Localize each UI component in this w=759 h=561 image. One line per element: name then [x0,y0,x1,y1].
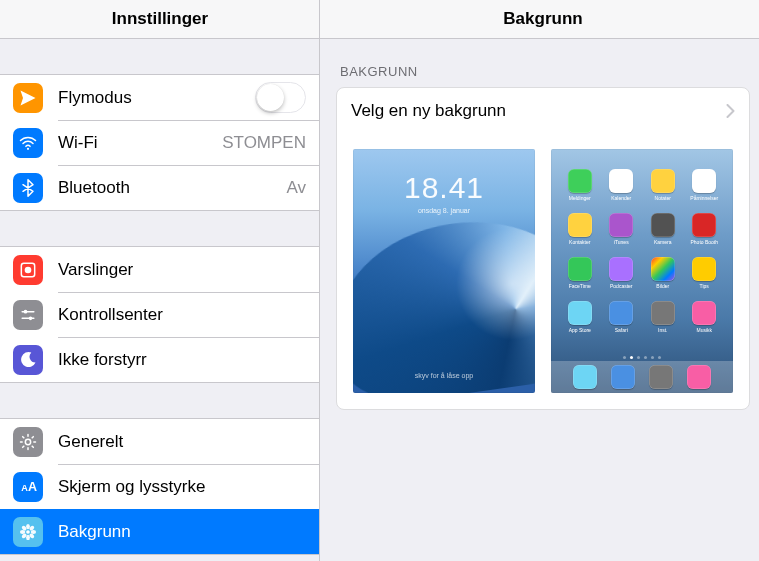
sidebar-item-label: Wi-Fi [58,133,216,153]
spacer [0,211,319,246]
bluetooth-icon [13,173,43,203]
sidebar-title: Innstillinger [0,0,320,39]
home-app-icon: Påminnelser [690,169,720,201]
lock-date: onsdag 8. januar [353,207,535,214]
app-grid: MeldingerKalenderNotaterPåminnelserKonta… [551,157,733,333]
wave-graphic [353,206,535,393]
content-pane: Bakgrunn BAKGRUNN Velg en ny bakgrunn 18… [320,0,759,561]
svg-point-0 [27,147,29,149]
wallpaper-previews: 18.41 onsdag 8. januar skyv for å låse o… [337,133,749,409]
svg-point-8 [26,530,30,534]
sidebar-item-controlcenter[interactable]: Kontrollsenter [0,292,319,337]
settings-app: Innstillinger FlymodusWi-FiSTOMPENBlueto… [0,0,759,561]
content-body: BAKGRUNN Velg en ny bakgrunn 18.41 onsda… [320,39,759,561]
sidebar-item-value: Av [286,178,306,198]
choose-wallpaper-row[interactable]: Velg en ny bakgrunn [337,88,749,133]
controls-icon [13,300,43,330]
dock-app-icon [611,365,635,389]
svg-point-3 [24,309,28,313]
sidebar-item-label: Bluetooth [58,178,280,198]
notification-icon [13,255,43,285]
flower-icon [13,517,43,547]
svg-point-12 [31,530,36,534]
home-app-icon: Safari [607,301,637,333]
home-screen-preview[interactable]: MeldingerKalenderNotaterPåminnelserKonta… [551,149,733,393]
text-size-icon: AA [13,472,43,502]
lock-screen-preview[interactable]: 18.41 onsdag 8. januar skyv for å låse o… [353,149,535,393]
content-title: Bakgrunn [320,0,759,39]
dock [551,361,733,393]
chevron-right-icon [726,104,735,118]
sidebar-item-label: Generelt [58,432,306,452]
svg-point-10 [26,534,30,539]
svg-point-2 [25,266,32,273]
sidebar-item-notifications[interactable]: Varslinger [0,247,319,292]
section-label: BAKGRUNN [336,39,750,87]
sidebar-item-dnd[interactable]: Ikke forstyrr [0,337,319,382]
dock-app-icon [573,365,597,389]
svg-point-5 [25,439,30,444]
home-app-icon: Musikk [690,301,720,333]
home-app-icon: Kamera [648,213,678,245]
lock-clock: 18.41 [353,171,535,205]
toggle-knob [257,84,284,111]
svg-point-11 [20,530,25,534]
status-bar [551,149,733,157]
home-app-icon: Inst. [648,301,678,333]
home-app-icon: FaceTime [565,257,595,289]
home-app-icon: Kalender [607,169,637,201]
sidebar-item-value: STOMPEN [222,133,306,153]
spacer [0,383,319,418]
home-app-icon: Podcaster [607,257,637,289]
settings-group: GenereltAASkjerm og lysstyrkeBakgrunn [0,418,319,555]
spacer [0,39,319,74]
sidebar-item-label: Bakgrunn [58,522,306,542]
sidebar-item-label: Flymodus [58,88,255,108]
sidebar-item-wallpaper[interactable]: Bakgrunn [0,509,319,554]
sidebar-item-label: Kontrollsenter [58,305,306,325]
home-app-icon: Tips [690,257,720,289]
home-app-icon: Photo Booth [690,213,720,245]
home-app-icon: Meldinger [565,169,595,201]
sidebar-item-label: Ikke forstyrr [58,350,306,370]
choose-wallpaper-label: Velg en ny bakgrunn [351,101,726,121]
gear-icon [13,427,43,457]
sidebar-item-display[interactable]: AASkjerm og lysstyrke [0,464,319,509]
lock-unlock-hint: skyv for å låse opp [353,372,535,379]
settings-group: FlymodusWi-FiSTOMPENBluetoothAv [0,74,319,211]
moon-icon [13,345,43,375]
svg-point-4 [29,316,33,320]
sidebar-item-general[interactable]: Generelt [0,419,319,464]
dock-app-icon [687,365,711,389]
page-dots [551,356,733,359]
home-app-icon: App Store [565,301,595,333]
wallpaper-card: Velg en ny bakgrunn 18.41 onsdag 8. janu… [336,87,750,410]
dock-app-icon [649,365,673,389]
home-app-icon: iTunes [607,213,637,245]
sidebar-item-label: Skjerm og lysstyrke [58,477,306,497]
sidebar-item-wifi[interactable]: Wi-FiSTOMPEN [0,120,319,165]
settings-group: VarslingerKontrollsenterIkke forstyrr [0,246,319,383]
sidebar-item-label: Varslinger [58,260,306,280]
airplane-icon [13,83,43,113]
svg-text:A: A [28,480,37,494]
home-app-icon: Notater [648,169,678,201]
wifi-icon [13,128,43,158]
home-app-icon: Kontakter [565,213,595,245]
home-app-icon: Bilder [648,257,678,289]
settings-sidebar: Innstillinger FlymodusWi-FiSTOMPENBlueto… [0,0,320,561]
sidebar-item-airplane[interactable]: Flymodus [0,75,319,120]
sidebar-item-bluetooth[interactable]: BluetoothAv [0,165,319,210]
airplane-toggle[interactable] [255,82,306,113]
svg-point-9 [26,523,30,528]
